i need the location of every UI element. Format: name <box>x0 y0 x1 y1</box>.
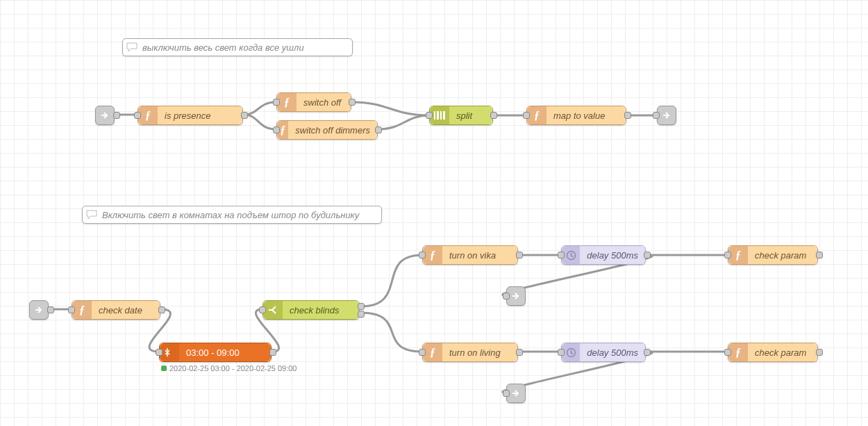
node-label: is presence <box>158 106 242 124</box>
port[interactable] <box>349 99 356 106</box>
port[interactable] <box>523 112 530 119</box>
port[interactable] <box>558 252 565 259</box>
node-check-param-top[interactable]: ƒ check param <box>728 245 818 265</box>
port[interactable] <box>273 126 280 133</box>
port[interactable] <box>653 112 660 119</box>
port[interactable] <box>624 112 631 119</box>
port[interactable] <box>644 349 651 356</box>
node-label: check param <box>748 246 817 264</box>
node-label: split <box>449 106 492 124</box>
port[interactable] <box>375 126 382 133</box>
status-dot <box>161 366 167 371</box>
node-label: 03:00 - 09:00 <box>179 343 271 361</box>
function-icon: ƒ <box>138 106 158 124</box>
node-time-range[interactable]: 03:00 - 09:00 <box>159 343 272 362</box>
port[interactable] <box>47 306 54 313</box>
function-icon: ƒ <box>527 106 546 124</box>
port[interactable] <box>273 99 280 106</box>
function-icon: ƒ <box>72 301 92 319</box>
node-label: check param <box>748 343 817 361</box>
comment-icon <box>85 210 98 220</box>
node-turn-on-living[interactable]: ƒ turn on living <box>422 343 518 362</box>
port[interactable] <box>259 306 266 313</box>
node-switch-off-dimmers[interactable]: ƒ switch off dimmers <box>276 120 378 140</box>
node-label: switch off <box>297 93 351 111</box>
split-icon <box>430 106 449 124</box>
port[interactable] <box>113 112 120 119</box>
port[interactable] <box>503 390 510 397</box>
svg-rect-0 <box>434 111 435 120</box>
switch-icon <box>263 301 283 319</box>
node-split[interactable]: split <box>429 106 493 125</box>
svg-rect-2 <box>440 111 442 120</box>
node-check-blinds[interactable]: check blinds <box>262 300 360 320</box>
port[interactable] <box>358 311 365 318</box>
port[interactable] <box>516 252 523 259</box>
node-delay-bottom[interactable]: delay 500ms <box>561 343 646 362</box>
node-label: check date <box>92 301 160 319</box>
node-map-to-value[interactable]: ƒ map to value <box>526 106 626 125</box>
port[interactable] <box>724 349 731 356</box>
link-in-2[interactable] <box>29 300 49 320</box>
link-in-1[interactable] <box>95 106 115 125</box>
port[interactable] <box>134 112 141 119</box>
svg-rect-1 <box>437 111 439 120</box>
node-check-param-bottom[interactable]: ƒ check param <box>728 343 818 362</box>
port[interactable] <box>644 252 651 259</box>
node-status-time-range: 2020-02-25 03:00 - 2020-02-25 09:00 <box>161 364 297 372</box>
node-label: check blinds <box>283 301 359 319</box>
node-label: delay 500ms <box>580 343 645 361</box>
node-label: turn on vika <box>442 246 517 264</box>
function-icon: ƒ <box>277 93 297 111</box>
node-label: delay 500ms <box>580 246 645 264</box>
port[interactable] <box>516 349 523 356</box>
port[interactable] <box>419 252 426 259</box>
comment-text: выключить весь свет когда все ушли <box>142 42 304 53</box>
port[interactable] <box>156 349 162 356</box>
port[interactable] <box>816 252 823 259</box>
comment-1[interactable]: выключить весь свет когда все ушли <box>122 38 353 56</box>
svg-rect-3 <box>443 111 445 120</box>
comment-text: Включить свет в комнатах на подъем штор … <box>102 210 359 220</box>
port[interactable] <box>426 112 433 119</box>
function-icon: ƒ <box>728 246 748 264</box>
comment-icon <box>126 42 138 52</box>
port[interactable] <box>503 293 510 300</box>
range-icon <box>160 343 179 361</box>
link-out-1[interactable] <box>657 106 676 125</box>
port[interactable] <box>241 112 248 119</box>
node-turn-on-vika[interactable]: ƒ turn on vika <box>422 245 518 265</box>
port[interactable] <box>158 306 165 313</box>
status-text: 2020-02-25 03:00 - 2020-02-25 09:00 <box>169 364 297 372</box>
port[interactable] <box>419 349 426 356</box>
node-label: map to value <box>546 106 626 124</box>
function-icon: ƒ <box>423 343 442 361</box>
port[interactable] <box>269 349 276 356</box>
port[interactable] <box>724 252 731 259</box>
function-icon: ƒ <box>728 343 748 361</box>
node-delay-top[interactable]: delay 500ms <box>561 245 646 265</box>
node-is-presence[interactable]: ƒ is presence <box>137 106 243 125</box>
node-switch-off[interactable]: ƒ switch off <box>276 92 351 112</box>
function-icon: ƒ <box>423 246 442 264</box>
port[interactable] <box>358 303 365 310</box>
node-label: switch off dimmers <box>288 121 377 139</box>
node-check-date[interactable]: ƒ check date <box>72 300 160 320</box>
port[interactable] <box>68 306 75 313</box>
port[interactable] <box>490 112 497 119</box>
port[interactable] <box>816 349 823 356</box>
node-label: turn on living <box>442 343 517 361</box>
comment-2[interactable]: Включить свет в комнатах на подъем штор … <box>82 206 382 224</box>
port[interactable] <box>558 349 565 356</box>
